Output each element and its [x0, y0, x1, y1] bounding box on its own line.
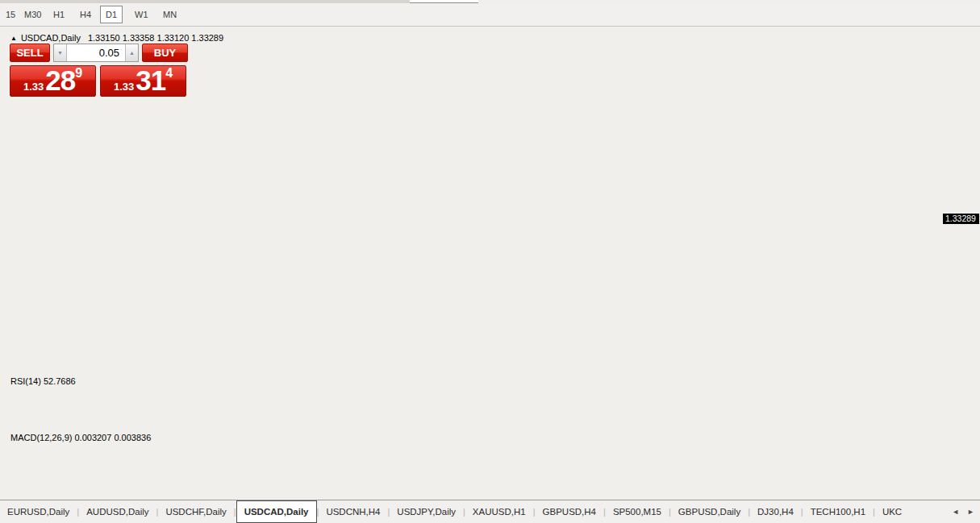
tab-dj30-h4[interactable]: DJ30,H4: [750, 500, 801, 523]
tab-usdcnh-h4[interactable]: USDCNH,H4: [319, 500, 387, 523]
buy-price-prefix: 1.33: [114, 80, 134, 93]
tab-usdchf-daily[interactable]: USDCHF,Daily: [158, 500, 233, 523]
triangle-up-icon: ▲: [129, 50, 135, 56]
sell-button[interactable]: SELL: [10, 44, 50, 62]
tab-scroll-right-icon[interactable]: ►: [963, 508, 978, 516]
tab-xauusd-h1[interactable]: XAUUSD,H1: [465, 500, 533, 523]
collapse-icon[interactable]: ▲: [10, 35, 17, 42]
chart-ohlc-values: 1.33150 1.33358 1.33120 1.33289: [88, 33, 223, 43]
tab-ukc[interactable]: UKC: [875, 500, 909, 523]
rsi-label: RSI(14) 52.7686: [10, 376, 76, 386]
tab-audusd-daily[interactable]: AUDUSD,Daily: [79, 500, 156, 523]
volume-up-button[interactable]: ▲: [125, 44, 138, 61]
metatrader-screen: 15M30H1H4D1W1MN ▲USDCAD,Daily1.33150 1.3…: [0, 0, 980, 523]
tab-gbpusd-daily[interactable]: GBPUSD,Daily: [671, 500, 748, 523]
tab-sp500-m15[interactable]: SP500,M15: [606, 500, 669, 523]
buy-price-tile[interactable]: 1.33314: [100, 65, 186, 97]
chart-tab-bar: EURUSD,Daily|AUDUSD,Daily|USDCHF,Daily|U…: [0, 500, 980, 523]
tab-usdjpy-daily[interactable]: USDJPY,Daily: [390, 500, 463, 523]
tab-scroll-left-icon[interactable]: ◄: [948, 508, 963, 516]
volume-stepper: ▼ 0.05 ▲: [53, 44, 139, 62]
chart-tabs: EURUSD,Daily|AUDUSD,Daily|USDCHF,Daily|U…: [0, 500, 950, 523]
one-click-trading-panel: SELL ▼ 0.05 ▲ BUY 1.33289 1.33314: [10, 44, 189, 97]
tab-scroll-buttons: ◄ ►: [948, 500, 978, 523]
buy-price-pip: 4: [165, 68, 173, 79]
sell-price-prefix: 1.33: [23, 80, 44, 93]
tab-usdcad-daily[interactable]: USDCAD,Daily: [236, 500, 317, 523]
tab-tech100-h1[interactable]: TECH100,H1: [803, 500, 873, 523]
chart-header: ▲USDCAD,Daily1.33150 1.33358 1.33120 1.3…: [10, 33, 223, 43]
buy-price-big: 31: [136, 67, 165, 93]
tab-eurusd-daily[interactable]: EURUSD,Daily: [0, 500, 77, 523]
volume-value[interactable]: 0.05: [67, 44, 125, 61]
current-price-badge: 1.33289: [943, 214, 979, 224]
triangle-down-icon: ▼: [57, 50, 63, 56]
sell-price-tile[interactable]: 1.33289: [10, 65, 96, 97]
chart-title: USDCAD,Daily: [21, 33, 81, 43]
macd-label: MACD(12,26,9) 0.003207 0.003836: [10, 433, 151, 442]
tab-gbpusd-h4[interactable]: GBPUSD,H4: [536, 500, 603, 523]
buy-button[interactable]: BUY: [142, 44, 188, 62]
sell-price-big: 28: [45, 67, 75, 93]
volume-down-button[interactable]: ▼: [54, 44, 67, 61]
sell-price-pip: 9: [75, 68, 82, 79]
